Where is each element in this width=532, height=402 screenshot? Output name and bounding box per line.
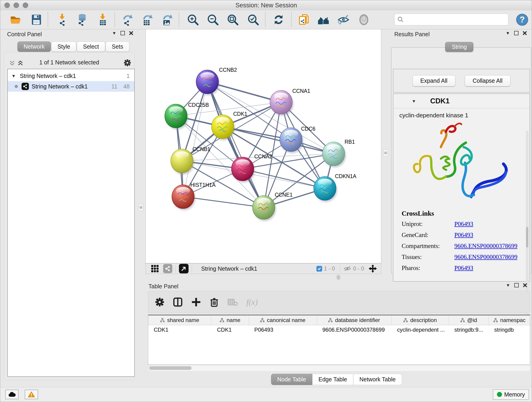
network-row[interactable]: String Network – cdk1 11 48 [8, 81, 134, 92]
export-image-button[interactable] [160, 13, 173, 26]
network-view-toolbar: String Network – cdk1 1 - 0 0 - 0 [146, 263, 381, 274]
network-canvas[interactable]: CCNB2CCNA1CDC25BCDK1CDC6RB1CCNB1CCNA2CDK… [146, 29, 381, 263]
pan-crosshair-icon[interactable] [368, 264, 377, 273]
tab-style[interactable]: Style [51, 41, 76, 52]
table-gear-icon[interactable] [155, 298, 164, 307]
gear-icon[interactable] [124, 59, 131, 66]
zoom-fit-button[interactable] [226, 13, 239, 26]
tab-string[interactable]: String [445, 42, 473, 52]
tree-expand-icon[interactable]: ▼ [12, 74, 16, 78]
network-node[interactable] [211, 115, 235, 140]
birds-eye-view-button[interactable] [179, 264, 189, 274]
table-column-header[interactable]: namespac [489, 315, 530, 325]
table-column-header[interactable]: @id [449, 315, 489, 325]
network-node[interactable] [231, 157, 255, 182]
hide-glyphs-button[interactable] [337, 13, 350, 26]
export-network-button[interactable] [120, 13, 133, 26]
table-cell[interactable]: stringdb:9... [449, 325, 489, 335]
table-column-header[interactable]: description [392, 315, 449, 325]
network-node[interactable] [172, 185, 195, 210]
network-node[interactable] [196, 70, 220, 95]
table-cell[interactable]: P06493 [249, 325, 317, 335]
network-node[interactable] [314, 177, 337, 202]
refresh-view-button[interactable] [272, 13, 285, 26]
table-cell[interactable]: stringdb [489, 325, 530, 335]
collapse-panel-icon[interactable]: ▼ [506, 31, 510, 35]
network-view-icon[interactable] [163, 264, 172, 273]
tab-select[interactable]: Select [77, 41, 105, 52]
horizontal-splitter-handle[interactable] [336, 275, 340, 280]
export-table-button[interactable] [140, 13, 153, 26]
show-columns-icon[interactable] [173, 297, 183, 307]
help-button[interactable]: ? [516, 13, 529, 26]
network-edge[interactable] [243, 169, 325, 188]
warnings-button[interactable] [25, 390, 38, 399]
table-cell[interactable]: cyclin-dependent ... [392, 325, 449, 335]
table-column-header[interactable]: canonical name [249, 315, 317, 325]
search-input[interactable] [405, 15, 505, 24]
grid-view-icon[interactable] [151, 264, 159, 273]
table-panel-title: Table Panel [148, 283, 178, 290]
table-column-header[interactable]: database identifier [317, 315, 392, 325]
table-row[interactable]: CDK1CDK1P064939606.ENSP00000378699cyclin… [148, 325, 530, 335]
open-session-button[interactable] [9, 13, 22, 26]
tab-network-table[interactable]: Network Table [353, 374, 402, 385]
network-node[interactable] [270, 90, 293, 116]
table-cell[interactable]: CDK1 [148, 325, 211, 335]
crosslink-link[interactable]: P06493 [454, 231, 473, 239]
string-home-icon-button[interactable] [317, 13, 330, 26]
crosslink-link[interactable]: 9606.ENSP00000378699 [454, 254, 517, 261]
memory-button[interactable]: Memory [493, 389, 529, 400]
selected-checkbox-icon[interactable] [317, 266, 322, 272]
network-collection-row[interactable]: ▼ String Network – cdk1 1 [8, 70, 134, 81]
float-panel-icon[interactable] [120, 31, 125, 35]
import-table-button[interactable] [96, 13, 109, 26]
right-splitter-handle[interactable] [383, 149, 388, 157]
table-cell[interactable]: CDK1 [211, 325, 249, 335]
network-node[interactable] [165, 104, 188, 129]
network-node[interactable] [322, 142, 346, 167]
import-network-from-database-button[interactable] [75, 13, 88, 26]
copy-network-style-button[interactable] [298, 13, 310, 26]
delete-column-icon[interactable] [210, 297, 219, 307]
table-hscrollbar[interactable] [148, 365, 531, 371]
cloud-status-button[interactable] [5, 390, 19, 399]
collapse-panel-icon[interactable]: ▼ [506, 283, 510, 287]
table-column-header[interactable]: shared name [148, 315, 211, 325]
network-node[interactable] [280, 128, 303, 153]
zoom-in-button[interactable] [186, 13, 199, 26]
float-panel-icon[interactable] [514, 283, 519, 287]
crosslink-link[interactable]: 9606.ENSP00000378699 [454, 242, 517, 249]
zoom-selected-button[interactable] [247, 13, 260, 26]
left-splitter-handle[interactable] [139, 204, 143, 211]
tab-sets[interactable]: Sets [106, 41, 129, 52]
network-edge[interactable] [183, 82, 207, 197]
import-network-button[interactable] [56, 13, 69, 26]
hidden-items-icon[interactable] [343, 266, 351, 272]
network-node[interactable] [253, 196, 276, 221]
tab-edge-table[interactable]: Edge Table [312, 374, 353, 385]
close-panel-icon[interactable] [523, 31, 527, 35]
tab-node-table[interactable]: Node Table [271, 374, 312, 385]
close-panel-icon[interactable] [129, 31, 133, 35]
collapse-all-button[interactable]: Collapse All [465, 75, 511, 86]
add-column-icon[interactable] [191, 297, 201, 307]
network-edge[interactable] [207, 82, 264, 207]
collapse-card-icon[interactable]: ▼ [412, 99, 416, 103]
crosslink-link[interactable]: P06493 [454, 264, 473, 272]
protein-card-header[interactable]: ▼ CDK1 [393, 94, 530, 108]
close-panel-icon[interactable] [523, 283, 527, 287]
network-node-label: RB1 [345, 139, 355, 145]
collapse-panel-icon[interactable]: ▼ [112, 31, 116, 35]
sphere-view-button[interactable] [357, 13, 370, 26]
results-scrollbar-thumb[interactable] [526, 227, 528, 248]
crosslink-link[interactable]: P06493 [454, 220, 473, 228]
table-hscrollbar-thumb[interactable] [149, 366, 191, 370]
float-panel-icon[interactable] [514, 31, 519, 35]
zoom-out-button[interactable] [206, 13, 219, 26]
table-column-header[interactable]: name [211, 315, 249, 325]
expand-all-button[interactable]: Expand All [412, 75, 456, 86]
save-session-button[interactable] [30, 13, 43, 26]
table-cell[interactable]: 9606.ENSP00000378699 [317, 325, 392, 335]
tab-network[interactable]: Network [17, 41, 51, 52]
